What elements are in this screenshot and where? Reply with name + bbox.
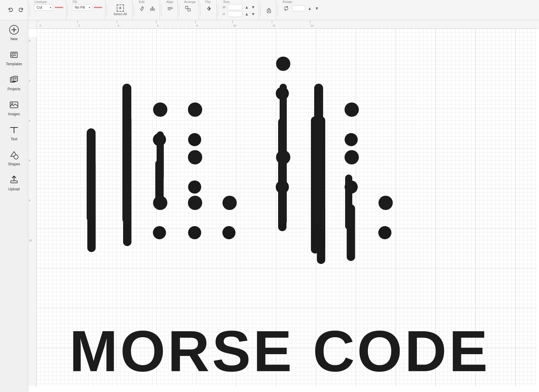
edit-section: Edit <box>135 0 160 20</box>
rotate-label: Rotate <box>283 0 292 4</box>
lock-button[interactable] <box>265 6 273 15</box>
images-label: Images <box>8 112 20 116</box>
fill-label: Fill <box>73 0 77 4</box>
sidebar-item-shapes[interactable]: Shapes <box>0 145 28 170</box>
divider-2 <box>68 4 68 16</box>
new-icon <box>9 24 19 35</box>
svg-point-68 <box>276 150 290 164</box>
svg-point-33 <box>14 155 18 159</box>
svg-line-3 <box>152 7 152 8</box>
rotate-stepper-down[interactable]: ▼ <box>314 6 320 11</box>
horizontal-ruler: 0 2 4 6 8 10 12 14 <box>28 20 539 29</box>
divider-6 <box>179 4 179 16</box>
shapes-icon <box>9 150 19 160</box>
rotate-input[interactable] <box>292 5 305 11</box>
svg-line-4 <box>153 7 153 8</box>
rotate-button[interactable] <box>282 4 290 13</box>
divider-3 <box>107 4 107 16</box>
images-icon <box>9 99 19 110</box>
undo-button[interactable] <box>7 6 15 14</box>
divider-10 <box>278 4 278 16</box>
arrange-section: Arrange <box>180 0 199 20</box>
sidebar-item-new[interactable]: New <box>0 20 28 45</box>
height-row: H ▲ ▼ <box>222 11 256 17</box>
svg-point-30 <box>12 103 13 105</box>
svg-rect-57 <box>87 128 96 222</box>
new-label: New <box>10 37 18 41</box>
svg-point-64 <box>188 196 202 210</box>
undo-redo-section <box>4 0 28 20</box>
h-label: H <box>222 12 227 16</box>
cut-select-wrap: Cut Draw Score <box>34 4 53 11</box>
lock-section <box>262 0 276 20</box>
edit-label: Edit <box>139 0 144 4</box>
svg-marker-13 <box>209 7 211 10</box>
w-label: W <box>222 5 227 9</box>
align-button[interactable] <box>166 4 175 13</box>
sidebar-item-upload[interactable]: Upload <box>0 170 28 195</box>
canvas-content: MORSE CODE <box>37 29 537 386</box>
svg-rect-25 <box>13 76 18 81</box>
redo-button[interactable] <box>17 6 25 14</box>
templates-label: Templates <box>6 62 22 66</box>
projects-label: Projects <box>7 87 20 91</box>
svg-rect-10 <box>188 9 190 11</box>
select-all-button[interactable]: + Select All <box>111 3 129 17</box>
select-all-icon: + <box>117 4 124 12</box>
vertical-ruler: 0 2 4 6 8 10 <box>28 37 37 386</box>
svg-rect-71 <box>345 175 352 230</box>
text-label: Text <box>11 137 17 141</box>
rotate-section: Rotate ▲ ▼ <box>279 0 323 20</box>
select-all-section: + Select All <box>108 0 133 20</box>
svg-line-0 <box>142 7 144 8</box>
shapes-label: Shapes <box>8 162 20 166</box>
height-stepper-down[interactable]: ▼ <box>250 12 256 16</box>
canvas-area[interactable]: 0 2 4 6 8 10 12 14 <box>28 20 539 392</box>
size-label: Size <box>223 0 229 4</box>
flip-button[interactable] <box>205 4 214 13</box>
main-content: New Templates <box>0 20 539 392</box>
align-label: Align <box>166 0 173 4</box>
projects-icon <box>9 74 19 85</box>
edit-pencil-button[interactable] <box>138 4 147 13</box>
upload-label: Upload <box>8 187 20 191</box>
width-stepper-up[interactable]: ▲ <box>244 5 249 10</box>
fill-select[interactable]: No Fill Fill <box>72 4 92 11</box>
svg-marker-8 <box>172 8 173 9</box>
morse-artwork-precise <box>37 29 537 243</box>
text-icon <box>9 125 19 135</box>
edit-cut-button[interactable] <box>148 4 157 13</box>
select-all-label: Select All <box>113 12 127 16</box>
linetype-label: Linetype <box>35 0 47 4</box>
svg-rect-70 <box>318 175 325 230</box>
divider-4 <box>134 4 134 16</box>
divider-8 <box>218 4 218 16</box>
flip-section: Flip <box>202 0 217 20</box>
sidebar-item-images[interactable]: Images <box>0 95 28 120</box>
height-input[interactable] <box>228 11 243 17</box>
divider-9 <box>260 4 261 16</box>
cut-select[interactable]: Cut Draw Score <box>34 4 53 11</box>
upload-icon <box>9 175 19 185</box>
arrange-button[interactable] <box>183 4 192 13</box>
width-stepper-down[interactable]: ▼ <box>250 5 256 10</box>
fill-color-swatch[interactable] <box>94 7 102 8</box>
height-stepper-up[interactable]: ▲ <box>244 12 249 16</box>
divider-5 <box>161 4 161 16</box>
linetype-color-swatch[interactable] <box>55 7 63 8</box>
svg-point-74 <box>378 196 393 210</box>
svg-point-61 <box>153 196 167 210</box>
svg-rect-58 <box>122 84 131 224</box>
svg-point-1 <box>150 9 152 10</box>
width-input[interactable] <box>228 4 243 10</box>
grid-container[interactable]: MORSE CODE <box>37 29 539 386</box>
sidebar-item-templates[interactable]: Templates <box>0 45 28 70</box>
linetype-section: Linetype Cut Draw Score <box>31 0 66 20</box>
svg-rect-34 <box>11 181 17 183</box>
svg-rect-60 <box>157 131 164 181</box>
morse-code-text: MORSE CODE <box>69 322 537 380</box>
sidebar-item-text[interactable]: Text <box>0 120 28 145</box>
svg-point-73 <box>345 150 359 164</box>
sidebar-item-projects[interactable]: Projects <box>0 70 28 95</box>
rotate-stepper-up[interactable]: ▲ <box>307 6 312 11</box>
